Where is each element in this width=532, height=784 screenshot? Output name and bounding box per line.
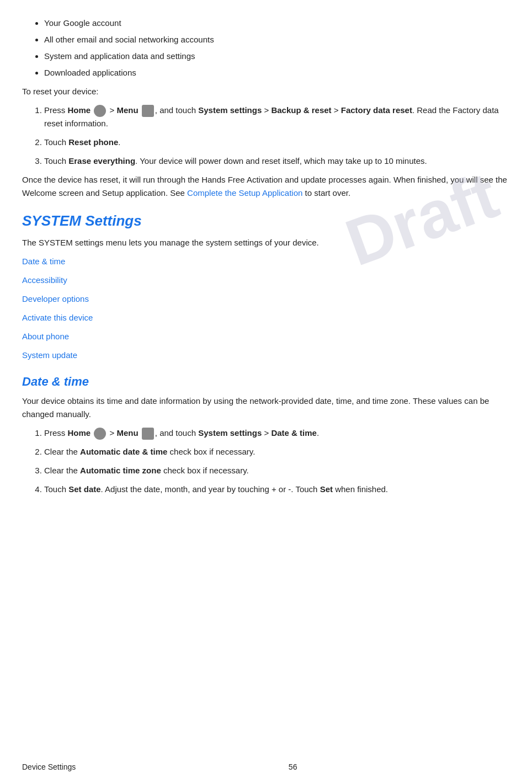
dt-step-4: Touch Set date. Adjust the date, month, …	[44, 483, 510, 496]
bullet-item-3: System and application data and settings	[44, 50, 510, 63]
bullet-item-1: Your Google account	[44, 17, 510, 30]
step3-bold1: Erase everything	[68, 156, 135, 166]
dt-home-icon	[94, 428, 106, 440]
home-icon	[94, 105, 106, 117]
menu-icon	[142, 105, 154, 117]
dt-step2-bold1: Automatic date & time	[80, 447, 167, 456]
toc-accessibility[interactable]: Accessibility	[22, 274, 510, 287]
bullet-item-4: Downloaded applications	[44, 66, 510, 79]
reset-outro-end: to start over.	[302, 188, 350, 198]
footer-left: Device Settings	[22, 761, 76, 773]
dt-step4-bold1: Set date	[68, 484, 100, 494]
dt-step1-bold3: System settings	[198, 428, 262, 438]
dt-step-3: Clear the Automatic time zone check box …	[44, 464, 510, 477]
date-time-steps-list: Press Home > Menu , and touch System set…	[44, 426, 510, 496]
dt-step1-bold1: Home	[68, 428, 91, 438]
step1-bold3: System settings	[198, 105, 262, 115]
reset-step-1: Press Home > Menu , and touch System set…	[44, 104, 510, 130]
dt-step-2: Clear the Automatic date & time check bo…	[44, 445, 510, 458]
reset-steps-list: Press Home > Menu , and touch System set…	[44, 104, 510, 168]
dt-step3-bold1: Automatic time zone	[80, 466, 161, 475]
dt-menu-icon	[142, 428, 154, 440]
reset-outro: Once the device has reset, it will run t…	[22, 173, 510, 200]
dt-step1-bold2: Menu	[116, 428, 138, 438]
complete-setup-link[interactable]: Complete the Setup Application	[187, 188, 302, 198]
dt-step1-bold4: Date & time	[271, 428, 317, 438]
dt-step4-bold2: Set	[320, 484, 333, 494]
date-time-intro: Your device obtains its time and date in…	[22, 394, 510, 421]
date-time-heading: Date & time	[22, 372, 510, 391]
toc-activate-device[interactable]: Activate this device	[22, 311, 510, 324]
step1-bold1: Home	[68, 105, 91, 115]
reset-step-2: Touch Reset phone.	[44, 136, 510, 149]
system-settings-heading: SYSTEM Settings	[22, 210, 510, 233]
footer-page-number: 56	[289, 761, 297, 773]
system-settings-intro: The SYSTEM settings menu lets you manage…	[22, 236, 510, 249]
reset-intro: To reset your device:	[22, 85, 510, 98]
footer: Device Settings 56	[22, 761, 510, 773]
bullet-list: Your Google account All other email and …	[44, 17, 510, 79]
toc-date-time[interactable]: Date & time	[22, 255, 510, 268]
step1-bold4: Backup & reset	[271, 105, 331, 115]
dt-step-1: Press Home > Menu , and touch System set…	[44, 426, 510, 440]
toc-developer-options[interactable]: Developer options	[22, 292, 510, 306]
reset-step-3: Touch Erase everything. Your device will…	[44, 154, 510, 168]
toc-system-update[interactable]: System update	[22, 349, 510, 362]
toc-about-phone[interactable]: About phone	[22, 330, 510, 343]
step1-bold5: Factory data reset	[341, 105, 412, 115]
step2-bold1: Reset phone	[68, 137, 118, 147]
step1-bold2: Menu	[116, 105, 138, 115]
bullet-item-2: All other email and social networking ac…	[44, 33, 510, 46]
